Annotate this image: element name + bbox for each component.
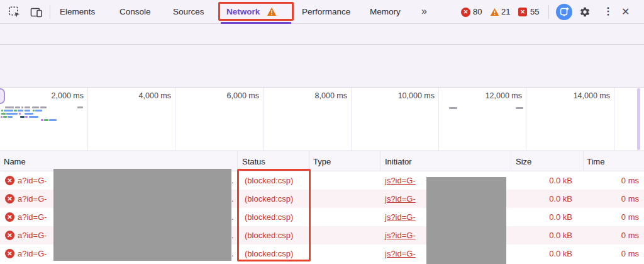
waterfall-bar (1, 116, 3, 118)
timeline-tick-label: 2,000 ms (32, 91, 84, 100)
redacted-initiator-block (426, 177, 506, 264)
request-initiator-link[interactable]: js?id=G- (385, 171, 416, 190)
waterfall-bar (5, 106, 14, 108)
request-time: 0 ms (621, 244, 639, 263)
waterfall-bar (44, 119, 48, 121)
request-status: (blocked:csp) (245, 208, 293, 226)
error-count[interactable]: 80 (473, 7, 482, 16)
waterfall-bar (8, 116, 13, 118)
waterfall-bar (77, 106, 83, 108)
column-header-size[interactable]: Size (516, 157, 531, 166)
request-name-trail: . (231, 244, 234, 263)
column-header-type[interactable]: Type (313, 157, 331, 166)
waterfall-bar (516, 107, 523, 109)
inspect-element-icon[interactable] (9, 6, 21, 18)
waterfall-bar (35, 110, 42, 112)
request-error-icon: ✕ (5, 231, 14, 240)
timeline-gridline (175, 88, 175, 151)
timeline-gridline (87, 88, 88, 151)
more-tabs-chevron-icon[interactable]: » (421, 6, 427, 17)
timeline-tick-label: 14,000 ms (558, 91, 610, 100)
tab-elements[interactable]: Elements (60, 7, 95, 16)
request-time: 0 ms (621, 190, 639, 208)
request-name[interactable]: a?id=G- (18, 171, 47, 190)
timeline-tick-label: 12,000 ms (470, 91, 522, 100)
device-toolbar-icon[interactable] (30, 6, 43, 18)
divider (548, 5, 549, 19)
request-error-icon: ✕ (5, 176, 14, 185)
waterfall-bar (49, 119, 57, 121)
network-warning-icon (267, 7, 277, 19)
timeline-gridline (614, 88, 614, 151)
waterfall-bar (41, 119, 43, 121)
waterfall-bar (3, 116, 7, 118)
waterfall-bar (19, 113, 21, 115)
timeline-tick-label: 10,000 ms (383, 91, 435, 100)
request-time: 0 ms (621, 208, 639, 226)
issues-count-icon[interactable]: ✕ (518, 8, 527, 16)
request-initiator-link[interactable]: js?id=G- (385, 226, 416, 244)
request-name-trail: . (231, 190, 234, 208)
request-name-trail: . (231, 226, 234, 244)
tab-memory[interactable]: Memory (370, 7, 401, 16)
ai-assistance-icon[interactable] (556, 4, 572, 20)
warning-count-icon[interactable] (490, 8, 499, 19)
resource-chip-row: AllFetch/XHRDocCSSJSFontImgMediaManifest… (0, 67, 644, 88)
network-overview-timeline[interactable]: 2,000 ms4,000 ms6,000 ms8,000 ms10,000 m… (0, 88, 644, 151)
request-name[interactable]: a?id=G- (18, 226, 47, 244)
timeline-right-handle[interactable] (637, 88, 640, 150)
waterfall-bar (25, 110, 30, 112)
devtools-tab-bar: Elements Console Sources Network Perform… (0, 0, 644, 24)
waterfall-bar (1, 113, 6, 115)
request-size: 0.0 kB (549, 208, 572, 226)
waterfall-bar (40, 106, 47, 108)
tab-network[interactable]: Network (226, 7, 260, 16)
request-status: (blocked:csp) (245, 244, 293, 263)
waterfall-bar (25, 116, 28, 118)
tab-console[interactable]: Console (119, 7, 151, 16)
request-error-icon: ✕ (5, 194, 14, 204)
issues-count[interactable]: 55 (530, 7, 539, 16)
warning-count[interactable]: 21 (501, 7, 510, 16)
request-name[interactable]: a?id=G- (18, 190, 47, 208)
filter-row: Filter Invert More filters ▾ (0, 45, 644, 67)
column-header-status[interactable]: Status (242, 157, 265, 166)
request-initiator-link[interactable]: js?id=G- (385, 190, 416, 208)
request-status: (blocked:csp) (245, 171, 293, 190)
tab-sources[interactable]: Sources (173, 7, 204, 16)
kebab-menu-icon[interactable]: ⋮ (603, 5, 613, 17)
timeline-tick-label: 6,000 ms (208, 91, 259, 100)
close-devtools-icon[interactable]: ✕ (621, 6, 630, 18)
request-name[interactable]: a?id=G- (18, 244, 47, 263)
request-initiator-link[interactable]: js?id=G- (385, 244, 416, 263)
column-header-initiator[interactable]: Initiator (385, 157, 412, 166)
settings-gear-icon[interactable] (579, 6, 591, 18)
redacted-name-block (53, 169, 231, 261)
waterfall-bar (33, 110, 35, 112)
request-status: (blocked:csp) (245, 226, 293, 244)
tab-performance[interactable]: Performance (302, 7, 350, 16)
divider (50, 5, 50, 19)
waterfall-bar (15, 106, 20, 108)
column-header-name[interactable]: Name (4, 157, 26, 166)
timeline-tick-label: 8,000 ms (296, 91, 347, 100)
request-initiator-link[interactable]: js?id=G- (385, 208, 416, 226)
request-error-icon: ✕ (5, 249, 14, 258)
request-size: 0.0 kB (549, 244, 572, 263)
waterfall-bar (25, 106, 30, 108)
timeline-gridline (351, 88, 352, 151)
error-count-icon[interactable]: ✕ (461, 8, 470, 17)
request-size: 0.0 kB (549, 190, 572, 208)
request-time: 0 ms (621, 226, 639, 244)
waterfall-bar (1, 110, 3, 112)
devtools-window: Elements Console Sources Network Perform… (0, 0, 644, 264)
column-header-time[interactable]: Time (587, 157, 604, 166)
timeline-left-handle[interactable] (0, 88, 5, 104)
request-status: (blocked:csp) (245, 190, 293, 208)
timeline-gridline (263, 88, 264, 151)
request-name[interactable]: a?id=G- (18, 208, 47, 226)
request-name-trail: . (231, 171, 234, 190)
waterfall-bar (25, 113, 33, 115)
network-toolbar: Preserve log Disable cache No throttling… (0, 24, 644, 45)
waterfall-bar (18, 110, 23, 112)
